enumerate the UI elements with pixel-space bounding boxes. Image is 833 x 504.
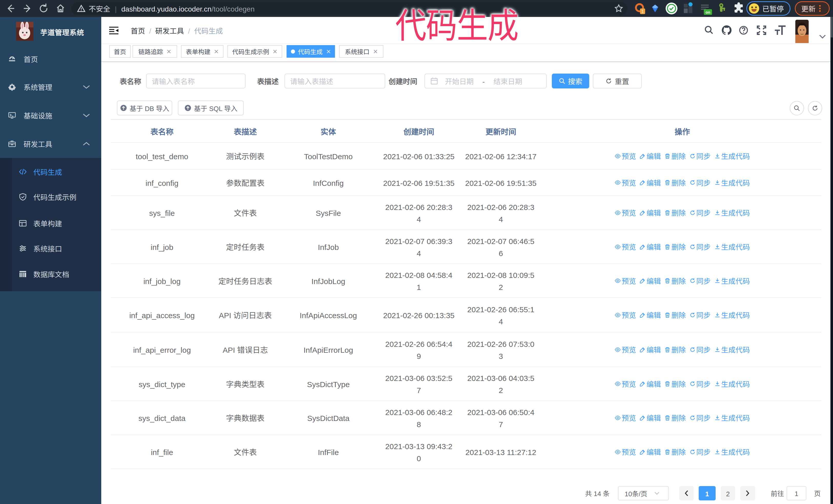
svg-text:1: 1 [642,9,644,14]
svg-text:on: on [706,10,710,14]
